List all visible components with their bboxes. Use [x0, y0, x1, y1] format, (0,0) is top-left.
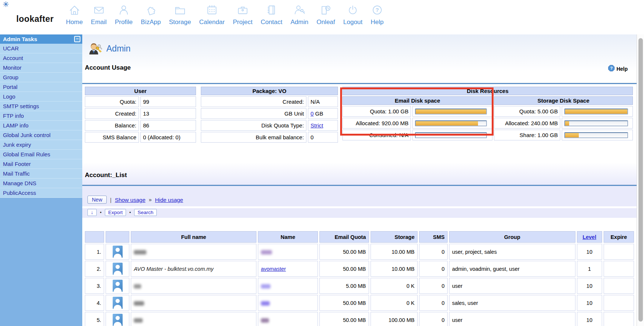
avatar [106, 295, 129, 311]
email-allocated-bar [415, 120, 487, 126]
sparkle-icon: ✳ [3, 0, 9, 9]
email-quota-cell: 50.00 MB [319, 244, 369, 260]
scrollbar-thumb[interactable] [638, 38, 643, 322]
account-list-gradient [82, 162, 637, 185]
sidebar-item-manage-dns[interactable]: Manage DNS [0, 179, 82, 188]
usage-label: Allocated: 240.00 MB [494, 118, 560, 129]
hide-usage-link[interactable]: Hide usage [155, 197, 183, 203]
sidebar-item-publicaccess[interactable]: PublicAccess [0, 188, 82, 198]
help-button[interactable]: ? Help [608, 65, 628, 73]
brand-logo: lookafter [16, 14, 54, 24]
toolbar-separator: | [110, 197, 112, 203]
nav-item-project[interactable]: Project [233, 4, 252, 26]
usage-value: 0 GB [308, 108, 338, 119]
show-usage-link[interactable]: Show usage [115, 197, 146, 203]
nav-label: Home [66, 19, 83, 26]
table-row: 5. 50.00 MB 100.00 MB 0 user 10 [85, 312, 634, 326]
avatar [106, 261, 129, 277]
level-sort-link[interactable]: Level [582, 234, 596, 240]
nav-label: Project [233, 19, 252, 26]
redacted-text [261, 284, 270, 289]
expire-cell [604, 278, 634, 294]
collapse-icon[interactable]: − [74, 36, 80, 42]
usage-value: 99 [140, 96, 196, 107]
main-content: Admin Account Usage ? Help User Quota:99… [82, 34, 637, 326]
account-name-link[interactable]: avomaster [261, 266, 286, 272]
table-row: Disk Quota Type: Strict [201, 120, 338, 131]
nav-item-email[interactable]: Email [91, 4, 107, 26]
nav-item-profile[interactable]: Profile [115, 4, 133, 26]
nav-item-calendar[interactable]: Calendar [199, 4, 225, 26]
group-cell: user [449, 278, 575, 294]
storage-cell: 10.00 MB [371, 244, 418, 260]
disk-quota-type-link[interactable]: Strict [311, 122, 323, 129]
usage-value: N/A [308, 96, 338, 107]
help-icon: ? [608, 65, 615, 73]
sms-cell: 0 [419, 244, 448, 260]
group-cell: user [449, 312, 575, 326]
nav-item-logout[interactable]: Logout [343, 4, 362, 26]
nav-item-contact[interactable]: Contact [260, 4, 282, 26]
nav-item-admin[interactable]: Admin [291, 4, 308, 26]
briefcase-icon [236, 4, 249, 18]
storage-quota-bar [564, 109, 628, 114]
dot-separator: • [100, 210, 102, 215]
usage-label: Share: 1.00 GB [494, 130, 560, 140]
sort-arrow-button[interactable]: ↓ [87, 209, 97, 216]
sidebar-item-smtp-settings[interactable]: SMTP settings [0, 102, 82, 111]
col-full-name: Full name [131, 231, 256, 243]
nav-item-storage[interactable]: Storage [169, 4, 191, 26]
nav-item-home[interactable]: Home [66, 4, 83, 26]
sidebar-item-group[interactable]: Group [0, 73, 82, 82]
sidebar-item-global-email-rules[interactable]: Global Email Rules [0, 150, 82, 159]
nav-label: Storage [169, 19, 191, 26]
progress-cell [412, 106, 492, 117]
email-quota-cell: 5.00 MB [319, 278, 369, 294]
progress-cell [562, 106, 633, 117]
sidebar-item-junk-expiry[interactable]: Junk expiry [0, 140, 82, 150]
sidebar-item-lamp-info[interactable]: LAMP info [0, 121, 82, 130]
col-avatar [106, 231, 129, 243]
chevron-separator: » [149, 197, 152, 203]
sms-cell: 0 [419, 278, 448, 294]
section-divider [82, 83, 637, 84]
person-icon [117, 4, 130, 18]
nav-item-onleaf[interactable]: Onleaf [316, 4, 335, 26]
col-name: Name [258, 231, 318, 243]
level-cell: 1 [577, 261, 602, 277]
name-cell[interactable] [258, 295, 318, 311]
sidebar-item-portal[interactable]: Portal [0, 82, 82, 92]
avatar [106, 312, 129, 326]
sms-cell: 0 [419, 261, 448, 277]
search-button[interactable]: Search [134, 209, 157, 216]
sidebar-item-global-junk-control[interactable]: Global Junk control [0, 130, 82, 140]
sidebar-item-monitor[interactable]: Monitor [0, 63, 82, 73]
name-cell[interactable] [258, 278, 318, 294]
sidebar-item-logo[interactable]: Logo [0, 92, 82, 102]
usage-label: Balance: [85, 120, 139, 131]
sidebar-item-mail-footer[interactable]: Mail Footer [0, 159, 82, 169]
sms-cell: 0 [419, 312, 448, 326]
col-sms: SMS [419, 231, 448, 243]
sidebar-item-ftp-info[interactable]: FTP info [0, 111, 82, 121]
table-row: Allocated: 920.00 MB Allocated: 240.00 M… [342, 118, 633, 129]
full-name-cell [131, 295, 256, 311]
name-cell[interactable] [258, 244, 318, 260]
progress-cell [562, 130, 633, 140]
document-clock-icon [319, 4, 332, 18]
name-cell[interactable] [258, 312, 318, 326]
sidebar-item-account[interactable]: Account [0, 53, 82, 63]
sidebar-item-mail-traffic[interactable]: Mail Traffic [0, 169, 82, 179]
sidebar-item-ucar[interactable]: UCAR [0, 44, 82, 53]
account-usage-title: Account Usage [85, 64, 131, 71]
nav-item-help[interactable]: ? Help [371, 4, 384, 26]
question-circle-icon: ? [371, 4, 384, 18]
expire-cell [604, 244, 634, 260]
new-button[interactable]: New [87, 196, 107, 204]
admin-avatar-icon [87, 40, 102, 57]
redacted-text [261, 250, 272, 255]
user-usage-table: User Quota:99 Created:13 Balance:86 SMS … [83, 86, 197, 144]
nav-item-bizapp[interactable]: BizApp [141, 4, 161, 26]
usage-label: Disk Quota Type: [201, 120, 306, 131]
export-button[interactable]: Export [105, 209, 126, 216]
